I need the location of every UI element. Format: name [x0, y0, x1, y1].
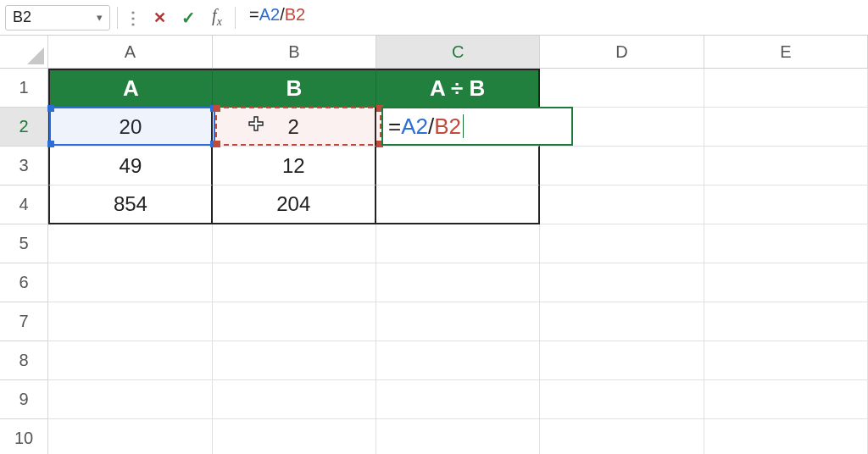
cell-D3[interactable] [540, 147, 704, 185]
cell-E6[interactable] [704, 263, 868, 302]
col-head-B[interactable]: B [213, 36, 376, 68]
cell-E5[interactable] [704, 224, 868, 263]
cell-B5[interactable] [213, 224, 376, 263]
cell-E1[interactable] [704, 69, 868, 108]
select-all-corner[interactable] [0, 36, 48, 68]
col-head-C[interactable]: C [376, 36, 540, 68]
row: 3 49 12 [0, 147, 868, 185]
cell-D9[interactable] [540, 380, 704, 419]
cell-A7[interactable] [48, 302, 212, 341]
cell-C7[interactable] [376, 302, 540, 341]
cell-E7[interactable] [704, 302, 868, 341]
cell-D6[interactable] [540, 263, 704, 302]
cell-A2[interactable]: 20 [48, 108, 212, 147]
cell-D1[interactable] [540, 69, 704, 108]
cell-D8[interactable] [540, 341, 704, 380]
row-head-5[interactable]: 5 [0, 224, 48, 263]
row: 1 A B A ÷ B [0, 69, 868, 108]
chevron-down-icon[interactable]: ▾ [97, 11, 103, 24]
col-head-E[interactable]: E [704, 36, 868, 68]
divider [117, 7, 118, 29]
edit-part-eq: = [388, 114, 401, 140]
fx-icon[interactable]: fx [206, 7, 228, 29]
formula-bar: B2 ▾ ⋮ ✕ ✓ fx =A2/B2 [0, 0, 868, 36]
cell-B2[interactable]: 2 [213, 108, 376, 147]
confirm-button[interactable]: ✓ [177, 7, 199, 29]
cell-D4[interactable] [540, 185, 704, 224]
cell-B6[interactable] [213, 263, 376, 302]
cell-E4[interactable] [704, 185, 868, 224]
cell-B3[interactable]: 12 [213, 147, 376, 185]
row-head-1[interactable]: 1 [0, 69, 48, 108]
cell-cursor-icon [247, 115, 265, 139]
col-head-A[interactable]: A [48, 36, 212, 68]
column-header-row: A B C D E [0, 36, 868, 69]
cell-E2[interactable] [704, 108, 868, 147]
row-head-10[interactable]: 10 [0, 419, 48, 454]
cell-A3[interactable]: 49 [48, 147, 212, 185]
row: 10 [0, 419, 868, 454]
row-head-4[interactable]: 4 [0, 185, 48, 224]
row: 4 854 204 [0, 185, 868, 224]
cell-B4[interactable]: 204 [213, 185, 376, 224]
name-box-value: B2 [13, 8, 31, 26]
name-box[interactable]: B2 ▾ [5, 5, 110, 30]
cell-A5[interactable] [48, 224, 212, 263]
cell-B9[interactable] [213, 380, 376, 419]
table-header-C[interactable]: A ÷ B [376, 69, 540, 108]
cell-D10[interactable] [540, 419, 704, 454]
cell-C10[interactable] [376, 419, 540, 454]
cell-C4[interactable] [376, 185, 540, 224]
spreadsheet-grid[interactable]: A B C D E 1 A B A ÷ B 2 20 2 [0, 36, 868, 454]
row: 7 [0, 302, 868, 341]
cell-B8[interactable] [213, 341, 376, 380]
cancel-button[interactable]: ✕ [148, 7, 170, 29]
cell-D5[interactable] [540, 224, 704, 263]
cell-E8[interactable] [704, 341, 868, 380]
divider [235, 7, 236, 29]
row: 6 [0, 263, 868, 302]
cell-E10[interactable] [704, 419, 868, 454]
edit-part-sep: / [428, 114, 434, 140]
edit-part-refB: B2 [434, 114, 461, 140]
more-icon[interactable]: ⋮ [125, 8, 142, 28]
text-caret [463, 114, 464, 138]
cell-E3[interactable] [704, 147, 868, 185]
table-header-B[interactable]: B [213, 69, 376, 108]
row: 8 [0, 341, 868, 380]
svg-marker-0 [27, 47, 44, 64]
cell-A4[interactable]: 854 [48, 185, 212, 224]
cell-C3[interactable] [376, 147, 540, 185]
cell-A8[interactable] [48, 341, 212, 380]
cell-C9[interactable] [376, 380, 540, 419]
formula-part-eq: = [249, 5, 259, 24]
cell-D7[interactable] [540, 302, 704, 341]
cell-C8[interactable] [376, 341, 540, 380]
formula-input[interactable]: =A2/B2 [242, 5, 863, 30]
row-head-2[interactable]: 2 [0, 108, 48, 147]
row-head-9[interactable]: 9 [0, 380, 48, 419]
cell-B7[interactable] [213, 302, 376, 341]
table-header-A[interactable]: A [48, 69, 212, 108]
cell-C5[interactable] [376, 224, 540, 263]
row-head-6[interactable]: 6 [0, 263, 48, 302]
cell-A9[interactable] [48, 380, 212, 419]
cell-B10[interactable] [213, 419, 376, 454]
formula-part-refB: B2 [285, 5, 305, 24]
edit-part-refA: A2 [401, 114, 428, 140]
row-head-8[interactable]: 8 [0, 341, 48, 380]
row-head-7[interactable]: 7 [0, 302, 48, 341]
row: 5 [0, 224, 868, 263]
cell-A10[interactable] [48, 419, 212, 454]
formula-part-refA: A2 [259, 5, 280, 24]
cell-E9[interactable] [704, 380, 868, 419]
row: 9 [0, 380, 868, 419]
cell-C6[interactable] [376, 263, 540, 302]
col-head-D[interactable]: D [540, 36, 704, 68]
editing-cell-C2[interactable]: =A2/B2 [381, 107, 573, 146]
cell-A6[interactable] [48, 263, 212, 302]
row-head-3[interactable]: 3 [0, 147, 48, 185]
